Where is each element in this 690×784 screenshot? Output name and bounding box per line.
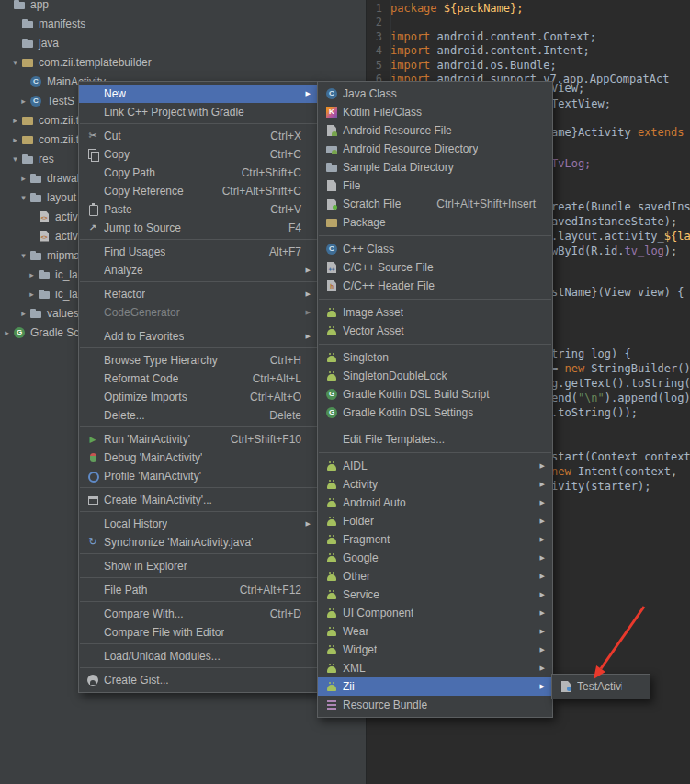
new-item-folder[interactable]: Folder ▶ [318,512,552,530]
menu-item-local-history[interactable]: Local History ▶ [79,515,318,533]
menu-item-cut[interactable]: Cut Ctrl+X [79,127,318,145]
scratch-file-icon [324,197,339,211]
menu-item-find-usages[interactable]: Find Usages Alt+F7 [79,243,318,261]
menu-item-synchronize-mainactivity-java[interactable]: Synchronize 'MainActivity.java' [79,533,318,551]
submenu-arrow-icon: ▶ [536,573,545,580]
tree-item-manifests[interactable]: manifests [0,14,366,33]
scissors-icon [85,129,100,143]
expand-arrow-icon[interactable]: ▸ [18,97,28,106]
expand-arrow-icon[interactable]: ▸ [10,135,20,144]
package-icon [20,132,35,147]
new-item-ui-component[interactable]: UI Component ▶ [318,604,552,622]
menu-item-create-gist[interactable]: Create Gist... [79,671,318,689]
class-icon [28,74,43,89]
zii-item-testactivity[interactable]: TestActivity [552,677,650,696]
new-item-kotlin-file-class[interactable]: Kotlin File/Class [318,103,552,121]
paste-icon [85,202,100,217]
new-item-gradle-kotlin-dsl-settings[interactable]: Gradle Kotlin DSL Settings [318,403,552,422]
tree-item-label: activ [55,230,78,243]
expand-arrow-icon[interactable]: ▸ [18,174,28,183]
android-icon [324,661,339,676]
new-item-java-class[interactable]: Java Class [318,85,552,103]
menu-item-jump-to-source[interactable]: Jump to Source F4 [79,219,318,237]
tree-item-app[interactable]: app [0,0,366,14]
code-line: 3import android.content.Context; [366,30,690,44]
new-item-vector-asset[interactable]: Vector Asset [318,322,552,340]
new-item-c-class[interactable]: C++ Class [318,240,552,258]
menu-item-compare-with[interactable]: Compare With... Ctrl+D [79,605,318,623]
menu-item-file-path[interactable]: File Path Ctrl+Alt+F12 [79,581,318,599]
new-item-package[interactable]: Package [318,213,552,232]
submenu-arrow-icon: ▶ [301,520,311,528]
menu-item-icon [85,583,100,597]
new-item-c-c-source-file[interactable]: C/C++ Source File [318,258,552,277]
expand-arrow-icon[interactable]: ▾ [18,251,28,260]
new-item-gradle-kotlin-dsl-build-script[interactable]: Gradle Kotlin DSL Build Script [318,385,552,403]
menu-item-copy-path[interactable]: Copy Path Ctrl+Shift+C [79,164,318,182]
new-item-file[interactable]: File [318,176,552,195]
android-studio-window: app manifests java ▾ com.zii.templatebui… [0,0,690,784]
new-item-activity[interactable]: Activity ▶ [318,475,552,494]
menu-item-link-c-project-with-gradle[interactable]: Link C++ Project with Gradle [79,103,318,121]
menu-item-browse-type-hierarchy[interactable]: Browse Type Hierarchy Ctrl+H [79,351,318,369]
file-icon [324,178,339,193]
expand-arrow-icon[interactable]: ▸ [10,116,20,125]
new-item-fragment[interactable]: Fragment ▶ [318,530,552,549]
new-item-other[interactable]: Other ▶ [318,567,552,585]
new-item-zii[interactable]: Zii ▶ [318,677,552,696]
folder-icon [37,287,51,301]
new-item-singleton[interactable]: Singleton [318,348,552,367]
new-item-android-auto[interactable]: Android Auto ▶ [318,494,552,512]
package-icon [324,215,339,230]
menu-item-add-to-favorites[interactable]: Add to Favorites ▶ [79,327,318,346]
submenu-arrow-icon: ▶ [301,309,311,316]
expand-arrow-icon[interactable]: ▸ [2,328,12,337]
android-icon [324,369,339,383]
new-item-wear[interactable]: Wear ▶ [318,622,552,641]
new-item-aidl[interactable]: AIDL ▶ [318,457,552,475]
new-item-xml[interactable]: XML ▶ [318,659,552,677]
menu-item-show-in-explorer[interactable]: Show in Explorer [79,557,318,575]
expand-arrow-icon[interactable]: ▸ [27,270,37,279]
expand-arrow-icon[interactable]: ▸ [27,290,37,299]
new-item-image-asset[interactable]: Image Asset [318,303,552,322]
copy-icon [85,147,100,162]
cpp-source-icon [324,260,339,275]
tree-item-java[interactable]: java [0,33,366,52]
menu-item-copy-reference[interactable]: Copy Reference Ctrl+Alt+Shift+C [79,182,318,200]
tree-item-com-zii-templatebuilder[interactable]: ▾ com.zii.templatebuilder [0,52,366,72]
new-item-scratch-file[interactable]: Scratch File Ctrl+Alt+Shift+Insert [318,195,552,213]
expand-arrow-icon[interactable]: ▾ [10,154,20,164]
menu-item-paste[interactable]: Paste Ctrl+V [79,200,318,219]
new-item-resource-bundle[interactable]: Resource Bundle [318,696,552,714]
menu-item-create-mainactivity[interactable]: Create 'MainActivity'... [79,491,318,509]
menu-item-copy[interactable]: Copy Ctrl+C [79,145,318,164]
menu-item-debug-mainactivity[interactable]: Debug 'MainActivity' [79,449,318,467]
menu-item-profile-mainactivity[interactable]: Profile 'MainActivity' [79,467,318,485]
android-icon [324,514,339,528]
new-item-sample-data-directory[interactable]: Sample Data Directory [318,158,552,176]
new-item-google[interactable]: Google ▶ [318,549,552,567]
new-item-service[interactable]: Service ▶ [318,585,552,604]
menu-item-compare-file-with-editor[interactable]: Compare File with Editor [79,623,318,642]
menu-item-new[interactable]: New ▶ [79,85,318,103]
menu-item-load-unload-modules[interactable]: Load/Unload Modules... [79,647,318,665]
menu-item-label: Cut [104,130,121,142]
new-item-android-resource-directory[interactable]: Android Resource Directory [318,140,552,158]
menu-separator [319,426,551,426]
expand-arrow-icon[interactable]: ▸ [18,309,28,318]
menu-item-icon [85,86,100,101]
menu-item-run-mainactivity[interactable]: Run 'MainActivity' Ctrl+Shift+F10 [79,430,318,449]
menu-item-delete[interactable]: Delete... Delete [79,406,318,425]
new-item-widget[interactable]: Widget ▶ [318,641,552,659]
new-item-android-resource-file[interactable]: Android Resource File [318,121,552,140]
menu-item-refactor[interactable]: Refactor ▶ [79,285,318,303]
menu-item-reformat-code[interactable]: Reformat Code Ctrl+Alt+L [79,369,318,388]
new-item-c-c-header-file[interactable]: C/C++ Header File [318,277,552,295]
new-item-edit-file-templates[interactable]: Edit File Templates... [318,430,552,449]
expand-arrow-icon[interactable]: ▾ [10,58,20,67]
expand-arrow-icon[interactable]: ▾ [18,193,28,202]
menu-item-analyze[interactable]: Analyze ▶ [79,261,318,279]
new-item-singletondoublelock[interactable]: SingletonDoubleLock [318,367,552,385]
menu-item-optimize-imports[interactable]: Optimize Imports Ctrl+Alt+O [79,388,318,406]
